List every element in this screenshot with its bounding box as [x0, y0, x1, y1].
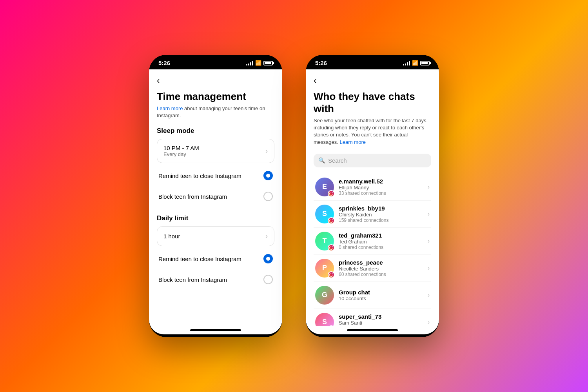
- left-page-subtitle: Learn more about managing your teen's ti…: [157, 105, 274, 119]
- instagram-badge-0: [328, 190, 335, 197]
- right-status-icons: 📶: [403, 60, 430, 66]
- daily-block-radio[interactable]: [263, 275, 273, 284]
- sleep-block-radio[interactable]: [263, 192, 273, 201]
- contact-info-5: super_santi_73 Sam Santi 0 shared connec…: [339, 313, 423, 326]
- left-phone-screen: ‹ Time management Learn more about manag…: [149, 69, 282, 334]
- right-battery-icon: [420, 61, 430, 65]
- sleep-remind-option[interactable]: Remind teen to close Instagram: [157, 165, 274, 186]
- daily-limit-card[interactable]: 1 hour ›: [157, 226, 274, 246]
- contact-info-4: Group chat 10 accounts: [339, 289, 423, 301]
- search-placeholder-text: Search: [328, 157, 347, 164]
- contact-avatar-5: S: [315, 313, 334, 326]
- instagram-badge-2: [328, 244, 335, 251]
- left-phone-wrapper: 5:26 📶 ‹ Time management Learn more abou…: [149, 55, 282, 337]
- daily-remind-radio[interactable]: [263, 254, 273, 263]
- contact-chevron-icon-4: ›: [428, 292, 430, 299]
- contact-avatar-wrapper-4: G: [315, 286, 334, 305]
- contact-info-1: sprinkles_bby19 Chirsty Kaiden 159 share…: [339, 205, 423, 223]
- contact-name-0: Ellijah Manny: [339, 185, 423, 191]
- left-phone: 5:26 📶 ‹ Time management Learn more abou…: [149, 55, 282, 337]
- right-time: 5:26: [315, 60, 327, 66]
- contact-connections-1: 159 shared connections: [339, 218, 423, 223]
- contact-username-0: e.manny.well.52: [339, 178, 423, 185]
- contact-username-2: ted_graham321: [339, 232, 423, 239]
- right-signal-bars-icon: [403, 61, 410, 65]
- search-icon: 🔍: [318, 157, 325, 163]
- contact-name-3: Nicollete Sanders: [339, 266, 423, 272]
- right-phone-screen: ‹ Who they have chats with See who your …: [306, 69, 439, 334]
- sleep-schedule-freq: Every day: [163, 151, 199, 157]
- daily-limit-chevron-icon: ›: [265, 232, 268, 240]
- contact-avatar-4: G: [315, 286, 334, 305]
- contact-avatar-wrapper-0: E: [315, 178, 334, 196]
- daily-limit-label: Daily limit: [157, 214, 274, 222]
- right-page-subtitle: See who your teen chatted with for the l…: [314, 117, 431, 146]
- contact-item-4[interactable]: G Group chat 10 accounts ›: [314, 282, 431, 309]
- sleep-block-label: Block teen from Instagram: [158, 193, 227, 200]
- contact-avatar-wrapper-3: P: [315, 259, 334, 278]
- signal-bars-icon: [246, 61, 253, 65]
- contact-item-5[interactable]: S super_santi_73 Sam Santi 0 shared conn…: [314, 309, 431, 326]
- daily-remind-option[interactable]: Remind teen to close Instagram: [157, 249, 274, 269]
- contact-item-0[interactable]: E e.manny.well.52 Ellijah Manny 33 share…: [314, 174, 431, 201]
- contact-connections-3: 60 shared connections: [339, 272, 423, 277]
- right-description-text: See who your teen chatted with for the l…: [314, 118, 428, 145]
- daily-block-option[interactable]: Block teen from Instagram: [157, 269, 274, 290]
- right-page-title: Who they have chats with: [314, 91, 431, 115]
- contact-name-2: Ted Graham: [339, 239, 423, 245]
- left-back-button[interactable]: ‹: [157, 76, 160, 86]
- right-phone: 5:26 📶 ‹ Who they have chats with See wh…: [306, 55, 439, 337]
- contact-chevron-icon-3: ›: [428, 265, 430, 272]
- contact-item-2[interactable]: T ted_graham321 Ted Graham 0 shared conn…: [314, 228, 431, 255]
- left-screen-content: ‹ Time management Learn more about manag…: [149, 69, 282, 326]
- contact-item-1[interactable]: S sprinkles_bby19 Chirsty Kaiden 159 sha…: [314, 201, 431, 228]
- right-back-button[interactable]: ‹: [314, 76, 316, 86]
- daily-block-label: Block teen from Instagram: [158, 276, 227, 283]
- right-phone-wrapper: 5:26 📶 ‹ Who they have chats with See wh…: [306, 55, 439, 337]
- contact-username-5: super_santi_73: [339, 313, 423, 320]
- contact-info-3: princess_peace Nicollete Sanders 60 shar…: [339, 259, 423, 277]
- contact-name-5: Sam Santi: [339, 320, 423, 326]
- left-status-bar: 5:26 📶: [149, 55, 282, 69]
- contact-connections-0: 33 shared connections: [339, 191, 423, 196]
- left-status-icons: 📶: [246, 60, 273, 66]
- right-wifi-icon: 📶: [412, 60, 418, 66]
- contact-name-4: 10 accounts: [339, 296, 423, 301]
- contact-connections-2: 0 shared connections: [339, 245, 423, 250]
- contacts-list: E e.manny.well.52 Ellijah Manny 33 share…: [314, 174, 431, 326]
- contact-info-2: ted_graham321 Ted Graham 0 shared connec…: [339, 232, 423, 250]
- left-time: 5:26: [158, 60, 170, 66]
- battery-icon: [263, 61, 273, 65]
- sleep-card-chevron-icon: ›: [265, 147, 268, 155]
- right-learn-more-link[interactable]: Learn more: [340, 139, 366, 145]
- daily-remind-label: Remind teen to close Instagram: [158, 256, 241, 262]
- instagram-badge-1: [328, 217, 335, 224]
- daily-limit-options: Remind teen to close Instagram Block tee…: [157, 249, 274, 290]
- contact-username-4: Group chat: [339, 289, 423, 296]
- contact-username-3: princess_peace: [339, 259, 423, 266]
- sleep-remind-label: Remind teen to close Instagram: [158, 172, 241, 179]
- contact-info-0: e.manny.well.52 Ellijah Manny 33 shared …: [339, 178, 423, 196]
- contact-chevron-icon-0: ›: [428, 183, 430, 191]
- right-home-indicator: [347, 329, 398, 331]
- contact-chevron-icon-5: ›: [428, 319, 430, 326]
- daily-limit-value: 1 hour: [163, 233, 180, 240]
- contact-username-1: sprinkles_bby19: [339, 205, 423, 212]
- contact-avatar-wrapper-2: T: [315, 232, 334, 250]
- contact-avatar-wrapper-5: S: [315, 313, 334, 326]
- sleep-schedule-info: 10 PM - 7 AM Every day: [163, 145, 199, 157]
- contact-name-1: Chirsty Kaiden: [339, 212, 423, 218]
- sleep-remind-radio[interactable]: [263, 171, 273, 180]
- left-page-title: Time management: [157, 91, 274, 103]
- sleep-schedule-time: 10 PM - 7 AM: [163, 145, 199, 151]
- sleep-schedule-card[interactable]: 10 PM - 7 AM Every day ›: [157, 139, 274, 163]
- wifi-icon: 📶: [255, 60, 261, 66]
- left-learn-more-link[interactable]: Learn more: [157, 105, 183, 111]
- sleep-block-option[interactable]: Block teen from Instagram: [157, 186, 274, 207]
- instagram-badge-3: [328, 271, 335, 278]
- search-bar[interactable]: 🔍 Search: [314, 154, 431, 167]
- contact-item-3[interactable]: P princess_peace Nicollete Sanders 60 sh…: [314, 255, 431, 282]
- sleep-mode-label: Sleep mode: [157, 127, 274, 135]
- right-status-bar: 5:26 📶: [306, 55, 439, 69]
- contact-connections-5: 0 shared connections: [339, 326, 423, 326]
